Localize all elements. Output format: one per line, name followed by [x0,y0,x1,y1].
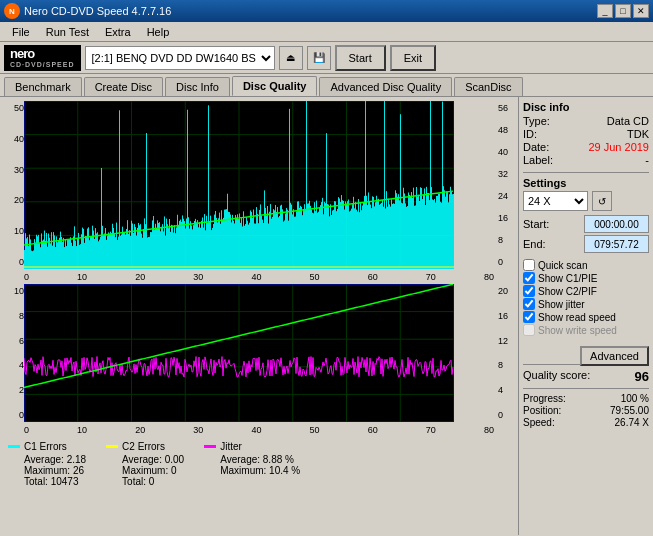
show-read-speed-label: Show read speed [538,312,616,323]
tab-disc-quality[interactable]: Disc Quality [232,76,318,96]
start-input[interactable] [584,215,649,233]
top-chart [24,101,496,269]
settings-title: Settings [523,177,649,189]
quick-scan-row: Quick scan [523,259,649,271]
show-write-speed-row: Show write speed [523,324,649,336]
legend-c1: C1 Errors Average: 2.18 Maximum: 26 Tota… [8,441,86,487]
eject-button[interactable]: ⏏ [279,46,303,70]
quality-score-value: 96 [635,369,649,384]
speed-value: 26.74 X [615,417,649,428]
title-bar: N Nero CD-DVD Speed 4.7.7.16 _ □ ✕ [0,0,653,22]
top-chart-wrapper: 50 40 30 20 10 0 56 48 40 32 24 16 8 0 [4,101,514,269]
disc-info-section: Disc info Type: Data CD ID: TDK Date: 29… [523,101,649,166]
speed-select[interactable]: 24 X [523,191,588,211]
exit-button[interactable]: Exit [390,45,436,71]
legend-c2: C2 Errors Average: 0.00 Maximum: 0 Total… [106,441,184,487]
disc-type-row: Type: Data CD [523,115,649,127]
c2-label: C2 Errors [122,441,165,452]
start-button[interactable]: Start [335,45,386,71]
progress-value: 100 % [621,393,649,404]
speed-row: 24 X ↺ [523,191,649,211]
c1-max-value: 26 [73,465,84,476]
c2-total-value: 0 [149,476,155,487]
advanced-button[interactable]: Advanced [580,346,649,366]
main-content: 50 40 30 20 10 0 56 48 40 32 24 16 8 0 [0,97,653,535]
drive-select[interactable]: [2:1] BENQ DVD DD DW1640 BSLB [85,46,275,70]
progress-row: Progress: 100 % [523,393,649,404]
progress-section: Progress: 100 % Position: 79:55.00 Speed… [523,393,649,428]
c2-color-swatch [106,445,118,448]
app-icon: N [4,3,20,19]
chart-area: 50 40 30 20 10 0 56 48 40 32 24 16 8 0 [0,97,518,535]
save-button[interactable]: 💾 [307,46,331,70]
bottom-y-axis-left: 10 8 6 4 2 0 [4,284,24,422]
c1-total-label: Total: [24,476,48,487]
top-x-axis: 0 10 20 30 40 50 60 70 80 [4,271,514,282]
show-c2-pif-checkbox[interactable] [523,285,535,297]
c2-max-value: 0 [171,465,177,476]
show-read-speed-row: Show read speed [523,311,649,323]
tab-disc-info[interactable]: Disc Info [165,77,230,96]
position-row: Position: 79:55.00 [523,405,649,416]
show-read-speed-checkbox[interactable] [523,311,535,323]
disc-id-label: ID: [523,128,537,140]
bottom-chart-canvas [24,284,454,422]
jitter-color-swatch [204,445,216,448]
progress-label: Progress: [523,393,566,404]
disc-date-value: 29 Jun 2019 [588,141,649,153]
disc-date-label: Date: [523,141,549,153]
tab-create-disc[interactable]: Create Disc [84,77,163,96]
disc-label-row: Label: - [523,154,649,166]
disc-id-value: TDK [627,128,649,140]
top-y-axis-right: 56 48 40 32 24 16 8 0 [496,101,514,269]
c1-total-value: 10473 [51,476,79,487]
disc-date-row: Date: 29 Jun 2019 [523,141,649,153]
show-write-speed-label: Show write speed [538,325,617,336]
position-value: 79:55.00 [610,405,649,416]
quick-scan-label: Quick scan [538,260,587,271]
c1-color-swatch [8,445,20,448]
menu-extra[interactable]: Extra [97,24,139,40]
checkboxes-section: Quick scan Show C1/PIE Show C2/PIF Show … [523,259,649,336]
top-y-axis-left: 50 40 30 20 10 0 [4,101,24,269]
bottom-chart [24,284,496,422]
show-write-speed-checkbox[interactable] [523,324,535,336]
jitter-avg-value: 8.88 % [263,454,294,465]
quick-scan-checkbox[interactable] [523,259,535,271]
tab-advanced-disc-quality[interactable]: Advanced Disc Quality [319,77,452,96]
disc-label-label: Label: [523,154,553,166]
close-button[interactable]: ✕ [633,4,649,18]
top-chart-canvas [24,101,454,269]
disc-label-value: - [645,154,649,166]
refresh-button[interactable]: ↺ [592,191,612,211]
title-bar-title: Nero CD-DVD Speed 4.7.7.16 [24,5,171,17]
title-bar-controls: _ □ ✕ [597,4,649,18]
minimize-button[interactable]: _ [597,4,613,18]
divider-1 [523,172,649,173]
c1-label: C1 Errors [24,441,67,452]
show-jitter-row: Show jitter [523,298,649,310]
legend-jitter: Jitter Average: 8.88 % Maximum: 10.4 % [204,441,300,476]
logo-subtitle: CD·DVD/SPEED [10,61,75,69]
menu-run-test[interactable]: Run Test [38,24,97,40]
logo-nero: nero [10,47,34,61]
menu-file[interactable]: File [4,24,38,40]
menu-help[interactable]: Help [139,24,178,40]
speed-label: Speed: [523,417,555,428]
start-label: Start: [523,218,549,230]
title-bar-left: N Nero CD-DVD Speed 4.7.7.16 [4,3,171,19]
maximize-button[interactable]: □ [615,4,631,18]
position-label: Position: [523,405,561,416]
toolbar: nero CD·DVD/SPEED [2:1] BENQ DVD DD DW16… [0,42,653,74]
quality-score-row: Quality score: 96 [523,369,649,384]
jitter-max-value: 10.4 % [269,465,300,476]
tab-bar: Benchmark Create Disc Disc Info Disc Qua… [0,74,653,97]
end-input[interactable] [584,235,649,253]
c2-avg-value: 0.00 [165,454,184,465]
speed-row: Speed: 26.74 X [523,417,649,428]
tab-benchmark[interactable]: Benchmark [4,77,82,96]
show-c1-pie-checkbox[interactable] [523,272,535,284]
tab-scan-disc[interactable]: ScanDisc [454,77,522,96]
show-c1-pie-label: Show C1/PIE [538,273,597,284]
show-jitter-checkbox[interactable] [523,298,535,310]
